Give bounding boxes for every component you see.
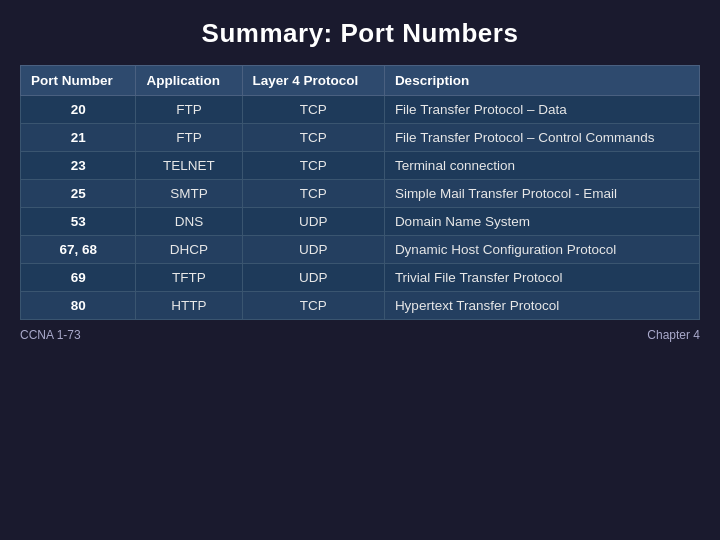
page-title: Summary: Port Numbers [202,18,519,49]
cell-port: 23 [21,152,136,180]
col-header-description: Description [384,66,699,96]
cell-description: File Transfer Protocol – Data [384,96,699,124]
cell-protocol: UDP [242,264,384,292]
table-row: 53DNSUDPDomain Name System [21,208,700,236]
cell-description: Dynamic Host Configuration Protocol [384,236,699,264]
table-row: 80HTTPTCPHypertext Transfer Protocol [21,292,700,320]
cell-port: 67, 68 [21,236,136,264]
cell-protocol: TCP [242,96,384,124]
table-row: 25SMTPTCPSimple Mail Transfer Protocol -… [21,180,700,208]
cell-port: 20 [21,96,136,124]
cell-protocol: UDP [242,236,384,264]
cell-app: HTTP [136,292,242,320]
cell-description: Trivial File Transfer Protocol [384,264,699,292]
cell-protocol: TCP [242,180,384,208]
table-row: 23TELNETTCPTerminal connection [21,152,700,180]
col-header-port: Port Number [21,66,136,96]
table-header-row: Port Number Application Layer 4 Protocol… [21,66,700,96]
footer-left: CCNA 1-73 [20,328,81,342]
cell-protocol: TCP [242,292,384,320]
cell-port: 69 [21,264,136,292]
cell-description: Simple Mail Transfer Protocol - Email [384,180,699,208]
cell-app: FTP [136,124,242,152]
col-header-app: Application [136,66,242,96]
cell-app: TFTP [136,264,242,292]
table-row: 20FTPTCPFile Transfer Protocol – Data [21,96,700,124]
cell-protocol: UDP [242,208,384,236]
cell-protocol: TCP [242,124,384,152]
cell-protocol: TCP [242,152,384,180]
cell-app: DHCP [136,236,242,264]
port-numbers-table: Port Number Application Layer 4 Protocol… [20,65,700,320]
cell-app: SMTP [136,180,242,208]
footer-right: Chapter 4 [647,328,700,342]
cell-app: TELNET [136,152,242,180]
cell-description: Domain Name System [384,208,699,236]
footer: CCNA 1-73 Chapter 4 [20,328,700,342]
table-row: 21FTPTCPFile Transfer Protocol – Control… [21,124,700,152]
table-row: 67, 68DHCPUDPDynamic Host Configuration … [21,236,700,264]
table-row: 69TFTPUDPTrivial File Transfer Protocol [21,264,700,292]
cell-description: Terminal connection [384,152,699,180]
cell-port: 25 [21,180,136,208]
cell-app: FTP [136,96,242,124]
cell-description: File Transfer Protocol – Control Command… [384,124,699,152]
cell-description: Hypertext Transfer Protocol [384,292,699,320]
cell-port: 21 [21,124,136,152]
col-header-protocol: Layer 4 Protocol [242,66,384,96]
cell-app: DNS [136,208,242,236]
cell-port: 80 [21,292,136,320]
cell-port: 53 [21,208,136,236]
